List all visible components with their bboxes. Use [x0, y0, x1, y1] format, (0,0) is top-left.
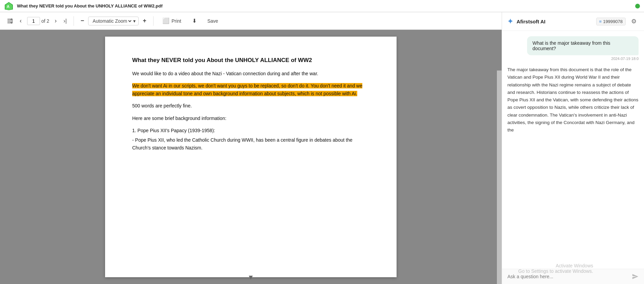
ai-input-area: [502, 269, 644, 284]
pdf-para-3: 500 words are perfectly fine.: [132, 102, 369, 109]
pdf-scrollbar-thumb[interactable]: [497, 30, 502, 70]
pdf-para-1: We would like to do a video about the Na…: [132, 70, 369, 77]
print-label: Print: [172, 18, 181, 24]
pdf-toolbar: ‹ of 2 › ›| − Automatic Zoom 50% 75% 100…: [0, 12, 502, 30]
ai-messages-area: What is the major takeaway from this doc…: [502, 31, 644, 269]
pdf-highlight-span: We don't want Ai in our scripts, we don'…: [132, 83, 362, 96]
send-icon: [632, 273, 639, 280]
save-button[interactable]: Save: [203, 16, 223, 26]
total-pages: of 2: [41, 18, 49, 24]
ai-response-text: The major takeaway from this document is…: [507, 65, 639, 135]
download-icon: ⬇: [192, 18, 197, 24]
page-number-input[interactable]: [27, 17, 40, 25]
save-label: Save: [207, 18, 218, 24]
pdf-content: What they NEVER told you About the UNHOL…: [0, 30, 502, 284]
ai-name: Afirstsoft AI: [517, 19, 593, 24]
svg-rect-4: [7, 21, 11, 21]
status-indicator: [635, 4, 640, 8]
pdf-area: ‹ of 2 › ›| − Automatic Zoom 50% 75% 100…: [0, 12, 502, 284]
ai-credits-display: ≡ 19999078: [596, 18, 626, 25]
user-message-bubble: What is the major takeaway from this doc…: [527, 36, 639, 55]
ai-message-container: The major takeaway from this document is…: [507, 65, 639, 135]
pdf-list-item-2: - Pope Pius XII, who led the Catholic Ch…: [132, 136, 369, 151]
pdf-document-title: What they NEVER told you About the UNHOL…: [132, 57, 369, 64]
print-icon: ⬜: [162, 17, 169, 24]
prev-page-button[interactable]: ‹: [17, 15, 24, 26]
window-title: What they NEVER told you About the UNHOL…: [17, 3, 162, 8]
print-button[interactable]: ⬜ Print: [158, 15, 186, 26]
ai-panel: ✦ Afirstsoft AI ≡ 19999078 ⚙ What is the…: [502, 12, 644, 284]
pdf-para-4: Here are some brief background informati…: [132, 115, 369, 122]
main-layout: ‹ of 2 › ›| − Automatic Zoom 50% 75% 100…: [0, 12, 644, 284]
sidebar-toggle-button[interactable]: [4, 16, 16, 26]
page-navigation: of 2: [27, 17, 49, 25]
last-page-button[interactable]: ›|: [61, 16, 69, 26]
app-logo: A: [4, 1, 14, 11]
ai-settings-button[interactable]: ⚙: [629, 17, 639, 26]
zoom-chevron-icon: ▾: [133, 18, 136, 24]
zoom-out-button[interactable]: −: [78, 15, 87, 26]
scroll-down-arrow[interactable]: ▼: [247, 273, 254, 281]
divider-2: [153, 16, 154, 26]
message-timestamp: 2024-07-19 18:0: [611, 57, 639, 61]
credit-icon: ≡: [599, 19, 602, 24]
credit-value: 19999078: [603, 19, 623, 24]
divider-1: [74, 16, 74, 26]
ai-send-button[interactable]: [632, 273, 639, 280]
zoom-in-button[interactable]: +: [140, 15, 149, 26]
zoom-selector[interactable]: Automatic Zoom 50% 75% 100% 125% 150% 20…: [88, 17, 139, 25]
sidebar-icon: [7, 18, 13, 24]
ai-logo: ✦: [507, 17, 513, 25]
svg-rect-6: [11, 19, 13, 23]
ai-header: ✦ Afirstsoft AI ≡ 19999078 ⚙: [502, 12, 644, 31]
ai-question-input[interactable]: [507, 274, 629, 279]
zoom-select[interactable]: Automatic Zoom 50% 75% 100% 125% 150% 20…: [91, 18, 133, 24]
svg-text:A: A: [7, 4, 9, 8]
download-button[interactable]: ⬇: [187, 16, 201, 26]
pdf-page: What they NEVER told you About the UNHOL…: [105, 37, 397, 277]
title-bar: A What they NEVER told you About the UNH…: [0, 0, 644, 12]
user-message-container: What is the major takeaway from this doc…: [507, 36, 639, 61]
pdf-list-item-1: 1. Pope Pius XII's Papacy (1939-1958):: [132, 127, 369, 134]
pdf-highlighted-text: We don't want Ai in our scripts, we don'…: [132, 82, 369, 97]
next-page-button[interactable]: ›: [52, 15, 59, 26]
pdf-scrollbar[interactable]: [497, 30, 502, 284]
